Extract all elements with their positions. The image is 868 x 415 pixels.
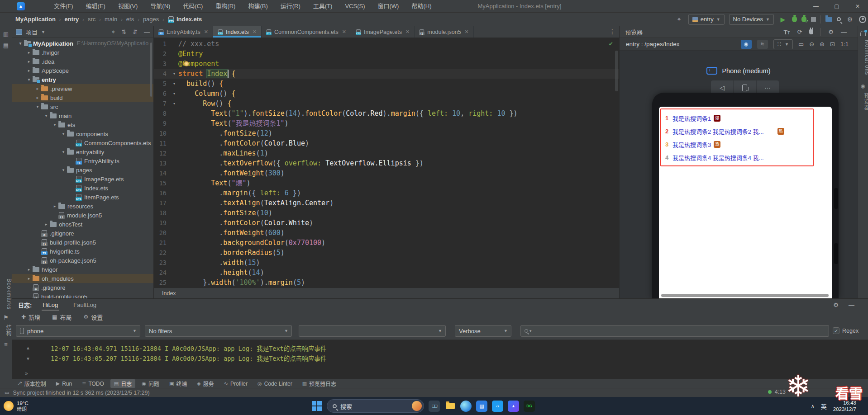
tree-row[interactable]: ▸.idea	[12, 57, 153, 66]
code-line[interactable]: 22 .borderRadius(5)	[154, 248, 619, 258]
tray-expand-icon[interactable]: ∧	[811, 403, 815, 409]
zoom-in-icon[interactable]: ⊕	[820, 41, 825, 47]
settings-gear-icon[interactable]: ⚙	[845, 16, 854, 23]
tree-chevron-icon[interactable]: ▾	[17, 41, 24, 46]
tool-window-button-linter[interactable]: ◎Code Linter	[254, 380, 296, 387]
fit-screen-icon[interactable]: ⊡	[830, 41, 835, 47]
taskbar-search-box[interactable]: 搜索	[327, 399, 424, 413]
code-line[interactable]: 25 }.width('100%').margin(5)	[154, 278, 619, 288]
start-button[interactable]	[311, 401, 322, 411]
breadcrumb-item[interactable]: Index.ets	[176, 16, 202, 23]
hot-search-list-item[interactable]: 4我是热搜词条4 我是热搜词条4 我...	[661, 151, 813, 164]
tree-row[interactable]: ▸resources	[12, 202, 153, 211]
tool-window-button-list[interactable]: ≣TODO	[78, 380, 108, 387]
close-button[interactable]: ✕	[847, 0, 868, 13]
tree-row[interactable]: ▸ohosTest	[12, 220, 153, 229]
menu-item[interactable]: 代码(C)	[176, 0, 209, 13]
tree-chevron-icon[interactable]: ▸	[25, 50, 33, 55]
deveco-studio-icon[interactable]	[508, 401, 519, 412]
project-tool-icon[interactable]: ▥	[0, 31, 12, 38]
tree-chevron-icon[interactable]: ▾	[43, 113, 50, 118]
tree-row[interactable]: ▸hvigor	[12, 265, 153, 274]
breadcrumb-struct[interactable]: Index	[162, 290, 176, 297]
run-config-dropdown[interactable]: entry▼	[688, 14, 725, 25]
tool-window-button-branch[interactable]: ⎇版本控制	[13, 379, 50, 388]
tree-row[interactable]: .gitignore	[12, 283, 153, 292]
menu-item[interactable]: 重构(R)	[209, 0, 242, 13]
search-everywhere-icon[interactable]	[837, 17, 841, 21]
tree-row[interactable]: CommonComponents.ets	[12, 138, 153, 147]
preview-horizontal-scrollbar[interactable]	[661, 294, 829, 297]
tool-window-button-error[interactable]: ◉问题	[138, 379, 163, 388]
taskbar-clock[interactable]: 16:432023/12/7	[833, 400, 856, 412]
tree-chevron-icon[interactable]: ▸	[25, 68, 33, 73]
tree-chevron-icon[interactable]: ▾	[25, 77, 33, 82]
tree-chevron-icon[interactable]: ▸	[43, 222, 50, 226]
tree-row[interactable]: ▾MyApplicationE:\HarmonyOS\MyApplicatio	[12, 39, 153, 48]
menu-item[interactable]: 视图(V)	[112, 0, 144, 13]
tree-row[interactable]: build-profile.json5	[12, 292, 153, 298]
log-line[interactable]: 12-07 16:43:04.971 15116-21884 I A0c0d0/…	[51, 344, 326, 354]
more-tabs-icon[interactable]: ⋮	[609, 28, 615, 35]
preview-eye-icon[interactable]: ◉	[741, 40, 752, 49]
tree-row[interactable]: ▾pages	[12, 165, 153, 174]
device-filter-dropdown[interactable]: phone▼	[16, 325, 140, 337]
code-line[interactable]: 13 .textOverflow({ overflow: TextOverflo…	[154, 158, 619, 168]
collapse-all-icon[interactable]: ⇵	[133, 28, 138, 36]
vscode-icon[interactable]	[492, 401, 503, 412]
code-line[interactable]: 6▾ Column() {	[154, 89, 619, 99]
code-line[interactable]: 8 Text("1").fontSize(14).fontColor(Color…	[154, 108, 619, 118]
tree-row[interactable]: ▾main	[12, 111, 153, 120]
code-line[interactable]: 15 Text("爆")	[154, 178, 619, 188]
code-line[interactable]: 20 .fontWeight(600)	[154, 228, 619, 238]
tree-row[interactable]: ▸AppScope	[12, 66, 153, 75]
menu-item[interactable]: 帮助(H)	[405, 0, 438, 13]
log-action-grid[interactable]: ▦布局	[52, 313, 72, 321]
input-language-indicator[interactable]: 英	[821, 402, 827, 410]
taskbar-weather-widget[interactable]: 19°C晴朗	[4, 401, 29, 412]
tab-close-icon[interactable]: ✕	[405, 29, 410, 35]
tree-row[interactable]: ▸oh_modules	[12, 274, 153, 283]
sidebar-item-structure[interactable]: 结构	[0, 325, 12, 336]
process-filter-dropdown[interactable]: ▼	[299, 325, 446, 337]
tree-row[interactable]: hvigorfile.ts	[12, 247, 153, 256]
layers-icon[interactable]: ≋	[757, 40, 768, 49]
task-view-icon[interactable]	[429, 401, 440, 412]
menu-item[interactable]: 文件(F)	[48, 0, 80, 13]
log-hide-icon[interactable]: —	[849, 302, 854, 308]
tree-row[interactable]: ▾src	[12, 102, 153, 111]
folder-tool-icon[interactable]: ▤	[0, 42, 12, 49]
code-line[interactable]: 3@Component	[154, 59, 619, 69]
breadcrumb-item[interactable]: pages	[143, 16, 159, 23]
breadcrumb-item[interactable]: entry	[65, 16, 79, 23]
log-level-dropdown[interactable]: Verbose▼	[455, 325, 511, 337]
previewer-settings-icon[interactable]: ⚙	[828, 28, 834, 35]
menu-item[interactable]: 导航(N)	[144, 0, 176, 13]
log-filter-dropdown[interactable]: No filters▼	[145, 325, 292, 337]
code-line[interactable]: 12 .maxLines(1)	[154, 148, 619, 158]
scroll-down-icon[interactable]: ▼	[26, 356, 30, 361]
tree-row[interactable]: ▾ets	[12, 120, 153, 129]
maximize-button[interactable]: ▢	[826, 0, 847, 13]
tree-chevron-icon[interactable]: ▾	[60, 150, 67, 154]
zoom-out-icon[interactable]: ⊖	[809, 41, 814, 47]
menu-item[interactable]: 工具(T)	[307, 0, 339, 13]
zoom-level[interactable]: 1:1	[840, 41, 849, 47]
fold-marker-icon[interactable]: ▾	[170, 69, 178, 79]
notifications-bell-icon[interactable]	[860, 31, 866, 36]
stop-button[interactable]	[811, 17, 816, 22]
code-line[interactable]: 17 .textAlign(TextAlign.Center)	[154, 198, 619, 208]
editor-tab[interactable]: Index.ets✕	[213, 26, 262, 38]
tree-chevron-icon[interactable]: ▸	[25, 276, 33, 281]
code-line[interactable]: 1// xxx.ets	[154, 39, 619, 49]
caret-position-widget[interactable]: 4:13	[768, 389, 786, 395]
code-line[interactable]: 16 .margin({ left: 6 })	[154, 188, 619, 198]
menu-item[interactable]: 构建(B)	[242, 0, 274, 13]
log-tab[interactable]: FaultLog	[72, 300, 97, 310]
tool-window-button-play[interactable]: ▶Run	[52, 380, 76, 387]
tree-chevron-icon[interactable]: ▾	[60, 168, 67, 172]
breadcrumb-item[interactable]: MyApplication	[15, 16, 56, 23]
log-action-plus[interactable]: ✚新增	[21, 313, 40, 321]
code-line[interactable]: 23 .width(15)	[154, 258, 619, 268]
tab-close-icon[interactable]: ✕	[342, 29, 346, 35]
